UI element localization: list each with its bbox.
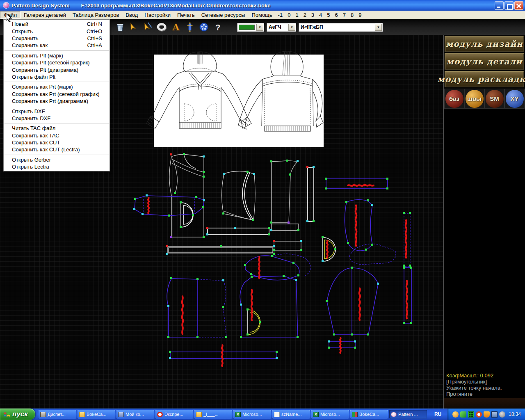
- text-icon[interactable]: A: [169, 21, 183, 33]
- file-menu-item[interactable]: НовыйCtrl+N: [4, 21, 110, 27]
- color-combo[interactable]: ▼: [237, 23, 264, 32]
- file-menu-item[interactable]: Сохранить как CUT (Lectra): [4, 146, 110, 153]
- close-button[interactable]: [514, 1, 523, 10]
- windows-flag-icon: [3, 411, 10, 418]
- file-menu-item[interactable]: Сохранить Plt (диаграмма): [4, 66, 110, 73]
- menubar-item-Ввод[interactable]: Ввод: [122, 11, 141, 19]
- menubar-item-Сетевые ресурсы[interactable]: Сетевые ресурсы: [198, 11, 249, 19]
- select-arrow-icon[interactable]: [127, 21, 141, 33]
- menubar-size--1[interactable]: -1: [276, 11, 285, 19]
- font-combo-value: АеГЧ: [267, 24, 288, 30]
- module-button-2[interactable]: модуль детали: [445, 53, 524, 70]
- menubar-item-Таблица Размеров[interactable]: Таблица Размеров: [69, 11, 122, 19]
- round-button-label: швы: [467, 95, 482, 102]
- round-button-XY[interactable]: XY: [504, 89, 525, 109]
- restore-button[interactable]: [504, 1, 514, 10]
- file-menu-item[interactable]: Открыть Lectra: [4, 163, 110, 170]
- font-combo[interactable]: АеГЧ ▼: [267, 23, 296, 32]
- preview-combo[interactable]: И«IïГжБП ▼: [299, 23, 383, 32]
- menubar-size-3[interactable]: 3: [309, 11, 317, 19]
- file-menu-item[interactable]: Сохранить Plt (марк): [4, 52, 110, 59]
- module-button-3[interactable]: модуль раскладка: [445, 71, 524, 87]
- file-menu-item[interactable]: Открыть Gerber: [4, 156, 110, 163]
- app-title: Pattern Design System: [11, 2, 70, 9]
- round-button-label: XY: [510, 95, 518, 102]
- menubar-size-0[interactable]: 0: [285, 11, 293, 19]
- taskbar-button-BokeCa...[interactable]: BokeCa...: [350, 410, 388, 419]
- menubar-item-Печать[interactable]: Печать: [174, 11, 198, 19]
- taskbar-button-Диспет...[interactable]: Диспет...: [39, 410, 76, 419]
- file-menu-item[interactable]: ОткрытьCtrl+O: [4, 27, 110, 34]
- minimize-button[interactable]: [495, 1, 504, 10]
- file-menu-item[interactable]: Открыть DXF: [4, 107, 110, 114]
- file-menu: НовыйCtrl+NОткрытьCtrl+OСохранитьCtrl+SС…: [3, 19, 110, 171]
- system-tray: 18:34: [447, 409, 525, 420]
- ring-icon[interactable]: [155, 21, 169, 33]
- menu-item-label: Открыть Gerber: [12, 157, 51, 163]
- taskbar-button-label: Мой ко...: [126, 412, 144, 417]
- clock: 18:34: [509, 411, 521, 417]
- file-menu-item[interactable]: Читать TAC файл: [4, 125, 110, 132]
- menubar-item-Помощь[interactable]: Помощь: [248, 11, 275, 19]
- color-swatch: [239, 25, 255, 30]
- start-button[interactable]: пуск: [0, 409, 35, 420]
- menubar-item-Настройки[interactable]: Настройки: [141, 11, 174, 19]
- help-icon[interactable]: ?: [211, 21, 225, 33]
- file-menu-item[interactable]: Сохранить DXF: [4, 115, 110, 122]
- trash-icon[interactable]: [113, 21, 127, 33]
- file-menu-item[interactable]: Открыть файл Plt: [4, 73, 110, 80]
- menu-item-label: Открыть Lectra: [12, 164, 49, 170]
- edit-arrow-icon[interactable]: [141, 21, 155, 33]
- taskbar-button-Microso...[interactable]: Microso...: [311, 410, 349, 419]
- chevron-down-icon[interactable]: ▼: [375, 24, 382, 31]
- green-check-icon[interactable]: [460, 411, 466, 418]
- mannequin-icon[interactable]: [183, 21, 197, 33]
- file-menu-item[interactable]: СохранитьCtrl+S: [4, 35, 110, 42]
- menu-item-label: Сохранить как CUT (Lectra): [12, 146, 80, 153]
- file-menu-item[interactable]: Сохранить Plt (сетевой график): [4, 59, 110, 66]
- chevron-down-icon[interactable]: ▼: [256, 24, 263, 31]
- menu-separator: [5, 106, 109, 106]
- menubar-size-5[interactable]: 5: [324, 11, 332, 19]
- taskbar-button-_I___...[interactable]: _I___...: [194, 410, 232, 419]
- taskbar-button-Мой ко...[interactable]: Мой ко...: [116, 410, 154, 419]
- orange-shield-icon[interactable]: [484, 411, 490, 418]
- taskbar-button-Экспре...[interactable]: Экспре...: [155, 410, 193, 419]
- menubar-size-1[interactable]: 1: [293, 11, 301, 19]
- network-pc-icon[interactable]: [491, 411, 498, 418]
- taskbar-button-BokeCa...[interactable]: BokeCa...: [78, 410, 115, 419]
- round-button-швы[interactable]: швы: [464, 89, 484, 109]
- chevron-down-icon[interactable]: ▼: [288, 24, 295, 31]
- menubar-item-Галерея деталей[interactable]: Галерея деталей: [21, 11, 69, 19]
- round-button-label: баз: [449, 95, 459, 102]
- taskbar-button-Pattern ...[interactable]: Pattern ...: [389, 410, 427, 419]
- taskbar-button-Microso...[interactable]: Microso...: [233, 410, 271, 419]
- file-menu-item[interactable]: Сохранить как Prt (марк): [4, 83, 110, 90]
- menubar-size-9[interactable]: 9: [356, 11, 364, 19]
- menubar-size-8[interactable]: 8: [348, 11, 356, 19]
- file-menu-item[interactable]: Сохранить как Prt (сетевой график): [4, 91, 110, 98]
- gray-speaker-icon[interactable]: [499, 411, 505, 418]
- language-indicator[interactable]: RU: [431, 411, 445, 417]
- file-menu-item[interactable]: Сохранить как Prt (диаграмма): [4, 98, 110, 105]
- menubar-size-6[interactable]: 6: [333, 11, 340, 19]
- file-menu-item[interactable]: Сохранить как TAC: [4, 132, 110, 139]
- green-grid-icon[interactable]: [468, 411, 474, 418]
- menu-separator: [5, 50, 109, 51]
- module-button-1[interactable]: модуль дизайн: [445, 36, 524, 52]
- app-icon: [3, 2, 9, 9]
- menubar-size-2[interactable]: 2: [301, 11, 309, 19]
- menubar-size-7[interactable]: 7: [340, 11, 348, 19]
- film-reel-icon[interactable]: [197, 21, 211, 33]
- round-button-баз[interactable]: баз: [444, 89, 464, 109]
- round-button-SM[interactable]: SM: [484, 89, 504, 109]
- opera-ring-icon[interactable]: [476, 411, 482, 418]
- tray-icons: [452, 411, 505, 418]
- orange-ball-icon[interactable]: [452, 411, 459, 418]
- taskbar-button-szName...[interactable]: szName...: [272, 410, 310, 419]
- menubar-size-4[interactable]: 4: [317, 11, 324, 19]
- round-buttons: базшвыSMXY: [444, 89, 525, 109]
- file-menu-item[interactable]: Сохранить как CUT: [4, 139, 110, 146]
- round-button-ball: SM: [486, 90, 504, 108]
- file-menu-item[interactable]: Сохранить какCtrl+A: [4, 42, 110, 49]
